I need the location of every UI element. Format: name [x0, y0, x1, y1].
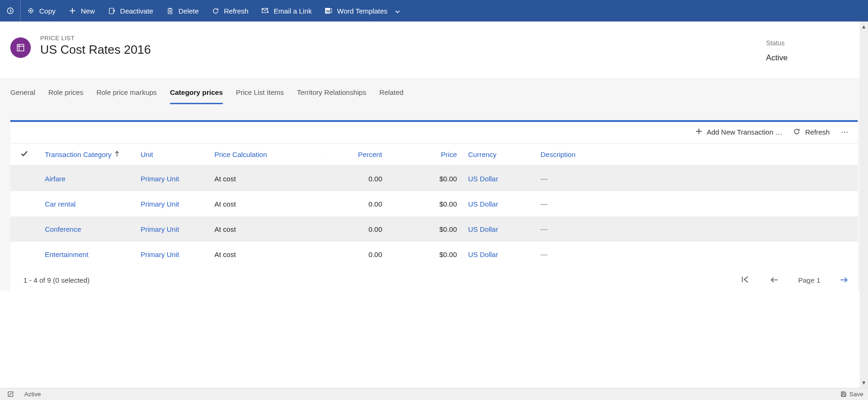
select-all-checkbox[interactable] — [21, 150, 45, 159]
more-commands-button[interactable]: ⋯ — [836, 125, 854, 139]
status-value: Active — [766, 53, 788, 63]
svg-rect-10 — [842, 392, 844, 393]
status-bar-edit-button[interactable] — [5, 391, 16, 397]
cell-price-calc: At cost — [214, 175, 321, 183]
cell-price: $0.00 — [393, 200, 468, 208]
save-label: Save — [849, 391, 863, 398]
status-bar-state: Active — [24, 391, 41, 398]
record-header: PRICE LIST US Cost Rates 2016 Status Act… — [0, 21, 868, 79]
cell-percent: 0.00 — [321, 250, 393, 258]
col-description[interactable]: Description — [541, 150, 704, 158]
email-link-label: Email a Link — [274, 7, 312, 15]
cell-currency[interactable]: US Dollar — [468, 175, 541, 183]
cell-category[interactable]: Airfare — [45, 175, 141, 183]
svg-rect-11 — [842, 394, 845, 396]
plus-icon — [696, 128, 702, 136]
grid-footer: 1 - 4 of 9 (0 selected) Page 1 — [10, 267, 858, 291]
scroll-down-icon[interactable]: ▼ — [861, 378, 867, 388]
table-row[interactable]: Car rentalPrimary UnitAt cost0.00$0.00US… — [10, 191, 858, 216]
grid-header: Transaction Category Unit Price Calculat… — [10, 143, 858, 166]
svg-rect-3 — [109, 8, 114, 14]
cell-percent: 0.00 — [321, 225, 393, 233]
cell-description: --- — [541, 175, 704, 183]
save-icon — [840, 391, 847, 397]
grid-rows: AirfarePrimary UnitAt cost0.00$0.00US Do… — [10, 166, 858, 267]
cell-description: --- — [541, 225, 704, 233]
vertical-scrollbar[interactable]: ▲ ▼ — [860, 21, 868, 388]
chevron-circle-icon — [7, 7, 14, 14]
prev-page-button[interactable] — [769, 274, 780, 286]
add-new-button[interactable]: Add New Transaction … — [691, 125, 787, 139]
delete-button[interactable]: Delete — [160, 0, 205, 21]
refresh-icon — [793, 128, 800, 136]
word-icon: W — [325, 7, 333, 14]
scroll-up-icon[interactable]: ▲ — [861, 21, 867, 32]
refresh-label: Refresh — [224, 7, 249, 15]
cell-price-calc: At cost — [214, 250, 321, 258]
new-button[interactable]: New — [62, 0, 101, 21]
tab-related[interactable]: Related — [379, 79, 404, 104]
chevron-down-icon — [395, 7, 400, 15]
col-percent[interactable]: Percent — [321, 150, 393, 158]
record-eyebrow: PRICE LIST — [40, 35, 151, 42]
sort-asc-icon — [114, 150, 120, 158]
status-label: Status — [766, 39, 788, 47]
tab-territory-relationships[interactable]: Territory Relationships — [297, 79, 366, 104]
tab-strip: General Role prices Role price markups C… — [0, 79, 868, 291]
cell-unit[interactable]: Primary Unit — [141, 225, 214, 233]
save-button[interactable]: Save — [840, 391, 868, 398]
cell-currency[interactable]: US Dollar — [468, 200, 541, 208]
plus-icon — [69, 7, 76, 14]
col-currency[interactable]: Currency — [468, 150, 541, 158]
command-bar: Copy New Deactivate Delete Refresh — [0, 0, 868, 21]
copy-button[interactable]: Copy — [21, 0, 62, 21]
svg-rect-7 — [330, 9, 332, 13]
grid-refresh-button[interactable]: Refresh — [789, 125, 834, 139]
status-bar: Active Save — [0, 388, 868, 400]
refresh-icon — [212, 7, 219, 14]
email-icon — [262, 7, 269, 14]
copy-icon — [27, 7, 35, 14]
svg-point-0 — [7, 8, 13, 14]
table-row[interactable]: AirfarePrimary UnitAt cost0.00$0.00US Do… — [10, 166, 858, 191]
nav-toggle-button[interactable] — [0, 0, 21, 21]
col-transaction-category[interactable]: Transaction Category — [45, 150, 141, 158]
trash-icon — [166, 7, 174, 14]
cell-category[interactable]: Conference — [45, 225, 141, 233]
cell-price: $0.00 — [393, 250, 468, 258]
word-templates-button[interactable]: W Word Templates — [319, 0, 407, 21]
add-new-label: Add New Transaction … — [707, 128, 783, 136]
col-price-calculation[interactable]: Price Calculation — [214, 150, 321, 158]
tab-role-prices[interactable]: Role prices — [48, 79, 83, 104]
grid-card: Add New Transaction … Refresh ⋯ Transact… — [10, 120, 858, 291]
cell-description: --- — [541, 200, 704, 208]
tab-general[interactable]: General — [10, 79, 35, 104]
first-page-button[interactable] — [739, 274, 751, 286]
tab-category-prices[interactable]: Category prices — [170, 79, 223, 104]
cell-unit[interactable]: Primary Unit — [141, 250, 214, 258]
deactivate-icon — [108, 7, 115, 14]
deactivate-label: Deactivate — [120, 7, 153, 15]
deactivate-button[interactable]: Deactivate — [101, 0, 160, 21]
tab-role-price-markups[interactable]: Role price markups — [96, 79, 157, 104]
email-link-button[interactable]: Email a Link — [255, 0, 319, 21]
grid-command-row: Add New Transaction … Refresh ⋯ — [10, 122, 858, 143]
cell-unit[interactable]: Primary Unit — [141, 200, 214, 208]
cell-category[interactable]: Car rental — [45, 200, 141, 208]
delete-label: Delete — [178, 7, 199, 15]
next-page-button[interactable] — [838, 274, 849, 286]
col-price[interactable]: Price — [393, 150, 468, 158]
tab-price-list-items[interactable]: Price List Items — [236, 79, 284, 104]
cell-category[interactable]: Entertainment — [45, 250, 141, 258]
table-row[interactable]: EntertainmentPrimary UnitAt cost0.00$0.0… — [10, 242, 858, 267]
table-row[interactable]: ConferencePrimary UnitAt cost0.00$0.00US… — [10, 216, 858, 242]
cell-price: $0.00 — [393, 225, 468, 233]
cell-percent: 0.00 — [321, 200, 393, 208]
cell-unit[interactable]: Primary Unit — [141, 175, 214, 183]
cell-currency[interactable]: US Dollar — [468, 225, 541, 233]
cell-currency[interactable]: US Dollar — [468, 250, 541, 258]
cell-price-calc: At cost — [214, 225, 321, 233]
refresh-button[interactable]: Refresh — [205, 0, 255, 21]
cell-price-calc: At cost — [214, 200, 321, 208]
col-unit[interactable]: Unit — [141, 150, 214, 158]
